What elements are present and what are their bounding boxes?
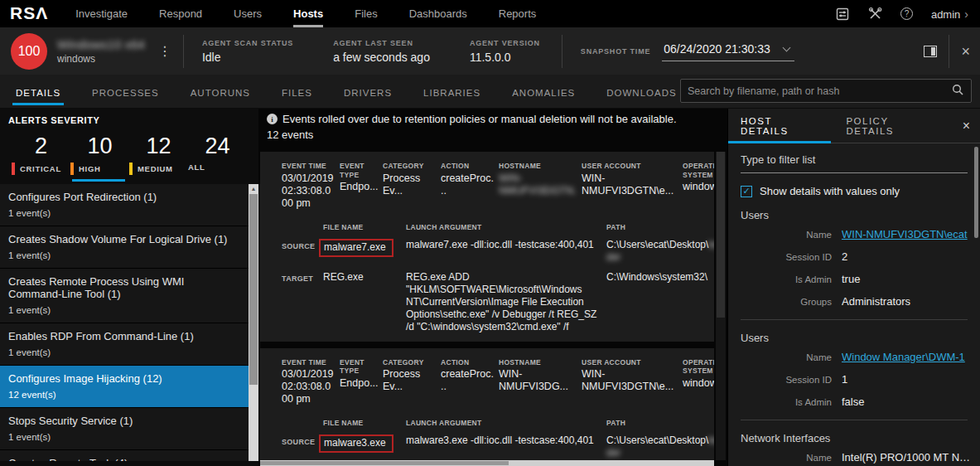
target-launch-argument: REG.exe ADD "HKLM\SOFTWARE\Microsoft\Win… [406, 271, 603, 333]
search-input[interactable] [681, 85, 952, 97]
col-hostname: HOSTNAME [499, 358, 578, 367]
col-launch-argument: LAUNCH ARGUMENT [406, 419, 603, 427]
alert-list-scrollbar[interactable]: ▲ [249, 184, 258, 461]
tab-libraries[interactable]: LIBRARIES [423, 78, 480, 105]
panel-toggle-icon[interactable] [924, 46, 937, 57]
critical-color-bar [12, 163, 15, 175]
event-card[interactable]: EVENT TIME03/01/2019 02:33:08.000 pm EVE… [260, 152, 714, 342]
events-horizontal-scrollbar[interactable] [260, 460, 714, 466]
primary-nav: Investigate Respond Users Hosts Files Da… [60, 0, 552, 27]
tab-processes[interactable]: PROCESSES [92, 78, 159, 105]
alert-item[interactable]: Configures Port Redirection (1) 1 event(… [0, 184, 249, 226]
divider [741, 319, 968, 320]
nav-files[interactable]: Files [339, 0, 393, 27]
detail-row: Session ID 1 [728, 368, 980, 391]
host-identity: Windows10 x64 windows [57, 37, 145, 65]
user-name-link[interactable]: WIN-NMUFVI3DGTN\ecat [842, 228, 973, 240]
events-scrollbar[interactable] [716, 152, 726, 460]
event-detail-table: FILE NAME LAUNCH ARGUMENT PATH SOURCE ma… [282, 223, 714, 333]
content-area: ALERTS SEVERITY 2 CRITICAL 10 HIGH 12 ME… [0, 109, 980, 466]
severity-high[interactable]: 10 HIGH [70, 133, 129, 182]
highlighted-source-file: malware7.exe [319, 239, 393, 257]
nav-users[interactable]: Users [218, 0, 278, 27]
user-name-link[interactable]: Window Manager\DWM-1 [842, 351, 973, 363]
tab-policy-details[interactable]: POLICY DETAILS [846, 109, 937, 143]
rsa-netwitness-host-screen: RSΛ Investigate Respond Users Hosts File… [0, 0, 980, 466]
col-event-type: EVENT TYPE [340, 358, 379, 376]
event-action: createProc... [441, 368, 495, 393]
severity-all[interactable]: 24 ALL [188, 133, 247, 182]
nav-hosts[interactable]: Hosts [278, 0, 339, 27]
detail-row: Name Intel(R) PRO/1000 MT Networ... [728, 446, 980, 466]
tab-drivers[interactable]: DRIVERS [344, 78, 392, 105]
kebab-menu-icon[interactable]: ⋮ [145, 43, 183, 59]
filter-input[interactable] [741, 153, 968, 166]
alert-event-count: 1 event(s) [8, 347, 240, 357]
checkbox-label: Show details with values only [760, 185, 900, 197]
severity-critical[interactable]: 2 CRITICAL [12, 133, 70, 182]
help-icon[interactable]: ? [900, 7, 913, 20]
source-row-label: SOURCE [282, 239, 320, 250]
alert-item[interactable]: Creates Remote Process Using WMI Command… [0, 269, 249, 323]
event-detail-table: FILE NAME LAUNCH ARGUMENT PATH SOURCE ma… [282, 419, 714, 460]
alert-item[interactable]: Creates Remote Task (4) 4 event(s) [0, 450, 249, 461]
alert-event-count: 1 event(s) [8, 432, 240, 442]
medium-color-bar [129, 163, 133, 175]
tab-autoruns[interactable]: AUTORUNS [191, 78, 250, 105]
host-header-actions: × [924, 35, 980, 68]
details-scrollbar[interactable] [974, 147, 978, 238]
tools-icon[interactable] [868, 7, 882, 21]
top-nav: RSΛ Investigate Respond Users Hosts File… [0, 0, 980, 27]
event-card[interactable]: EVENT TIME03/01/2019 02:03:08.000 pm EVE… [260, 348, 714, 460]
user-label: admin [931, 8, 960, 21]
tab-downloads[interactable]: DOWNLOADS [606, 78, 676, 105]
preferences-icon[interactable] [836, 7, 850, 21]
tab-files[interactable]: FILES [282, 78, 312, 105]
filter-box [741, 152, 968, 173]
alert-event-count: 1 event(s) [8, 208, 240, 218]
search-icon[interactable] [952, 84, 963, 99]
show-values-only-checkbox[interactable]: ✓ Show details with values only [741, 185, 968, 197]
alert-item[interactable]: Stops Security Service (1) 1 event(s) [0, 408, 249, 450]
section-title-users: Users [741, 209, 968, 221]
risk-score-badge[interactable]: 100 [11, 33, 47, 70]
event-cards: EVENT TIME03/01/2019 02:33:08.000 pm EVE… [260, 152, 714, 460]
host-details-panel: HOST DETAILS POLICY DETAILS × ✓ Show det… [727, 109, 980, 466]
host-name-redacted: Windows10 x64 [57, 37, 145, 51]
scroll-up-icon[interactable]: ▲ [249, 184, 258, 192]
severity-count: 24 [205, 133, 229, 159]
severity-medium[interactable]: 12 MEDIUM [129, 133, 188, 182]
tab-anomalies[interactable]: ANOMALIES [512, 78, 575, 105]
host-header: 100 Windows10 x64 windows ⋮ AGENT SCAN S… [0, 27, 980, 75]
col-event-type: EVENT TYPE [340, 162, 379, 179]
alert-item[interactable]: Creates Shadow Volume For Logical Drive … [0, 226, 249, 269]
field-label: AGENT VERSION [470, 39, 540, 47]
nav-reports[interactable]: Reports [483, 0, 553, 27]
user-menu[interactable]: admin› [931, 7, 968, 21]
retention-notice: i Events rolled over due to retention po… [258, 109, 727, 125]
close-icon[interactable]: × [961, 44, 970, 59]
scrollbar-thumb[interactable] [260, 461, 509, 465]
alert-item[interactable]: Enables RDP From Command-Line (1) 1 even… [0, 323, 249, 366]
divider [741, 420, 968, 420]
event-os: windows [683, 377, 714, 390]
tab-details[interactable]: DETAILS [16, 78, 60, 105]
alert-item-selected[interactable]: Configures Image Hijacking (12) 12 event… [0, 366, 249, 408]
col-user-account: USER ACCOUNT [582, 162, 679, 171]
scrollbar-thumb[interactable] [249, 194, 258, 385]
col-operating-system: OPERATING SYSTEM [683, 162, 714, 179]
section-title-network-interfaces: Network Interfaces [741, 432, 968, 444]
detail-row: Is Admin false [728, 391, 980, 413]
checkbox-checked-icon[interactable]: ✓ [741, 186, 752, 197]
tab-host-details[interactable]: HOST DETAILS [741, 109, 821, 143]
scrollbar-thumb[interactable] [717, 152, 725, 318]
alert-title: Creates Shadow Volume For Logical Drive … [8, 233, 240, 245]
severity-count: 12 [146, 133, 171, 159]
nav-investigate[interactable]: Investigate [60, 0, 143, 27]
nav-respond[interactable]: Respond [143, 0, 218, 27]
alert-list: Configures Port Redirection (1) 1 event(… [0, 184, 249, 461]
rsa-logo[interactable]: RSΛ [0, 3, 60, 25]
close-icon[interactable]: × [963, 119, 980, 133]
snapshot-time-select[interactable]: 06/24/2020 21:30:33 [662, 41, 794, 61]
nav-dashboards[interactable]: Dashboards [393, 0, 483, 27]
